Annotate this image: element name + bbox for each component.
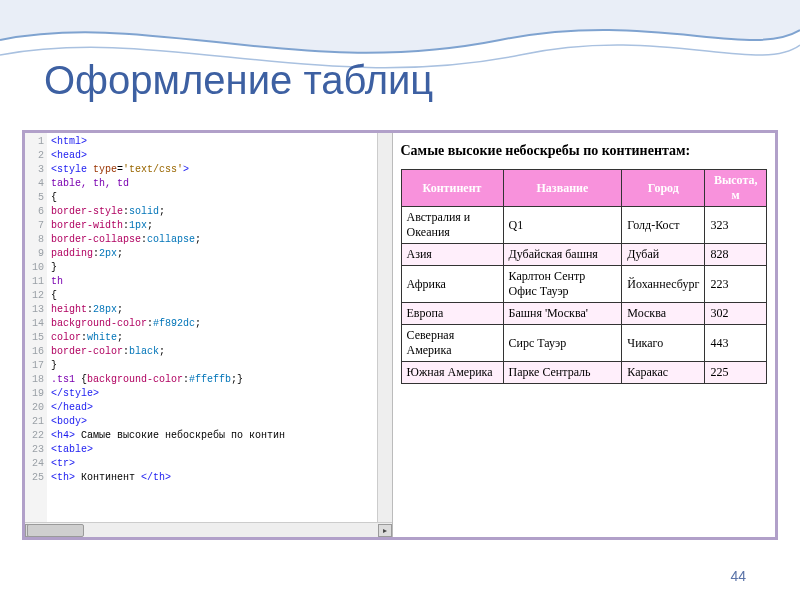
content-panel: 1234567891011121314151617181920212223242… bbox=[22, 130, 778, 540]
table-row: Австралия и ОкеанияQ1Голд-Кост323 bbox=[401, 207, 767, 244]
slide: Оформление таблиц 1234567891011121314151… bbox=[0, 0, 800, 600]
table-row: ЕвропаБашня 'Москва'Москва302 bbox=[401, 303, 767, 325]
table-header-cell: Город bbox=[622, 170, 705, 207]
table-cell: Башня 'Москва' bbox=[503, 303, 622, 325]
table-cell: Карлтон Сентр Офис Тауэр bbox=[503, 266, 622, 303]
table-header-cell: Континент bbox=[401, 170, 503, 207]
table-row: Северная АмерикаСирс ТауэрЧикаго443 bbox=[401, 325, 767, 362]
table-cell: Сирс Тауэр bbox=[503, 325, 622, 362]
table-cell: 443 bbox=[705, 325, 767, 362]
table-cell: Южная Америка bbox=[401, 362, 503, 384]
code-editor-pane: 1234567891011121314151617181920212223242… bbox=[25, 133, 393, 537]
table-row: Южная АмерикаПарке СентральКаракас225 bbox=[401, 362, 767, 384]
vertical-scrollbar[interactable] bbox=[377, 133, 392, 523]
table-cell: Дубайская башня bbox=[503, 244, 622, 266]
table-cell: Африка bbox=[401, 266, 503, 303]
table-row: АфрикаКарлтон Сентр Офис ТауэрЙоханнесбу… bbox=[401, 266, 767, 303]
slide-title: Оформление таблиц bbox=[44, 58, 433, 103]
table-row: АзияДубайская башняДубай828 bbox=[401, 244, 767, 266]
scroll-right-arrow[interactable]: ▸ bbox=[378, 524, 392, 537]
table-header-cell: Название bbox=[503, 170, 622, 207]
table-cell: 223 bbox=[705, 266, 767, 303]
horizontal-scrollbar[interactable]: ◂ ▸ bbox=[25, 522, 392, 537]
table-cell: Северная Америка bbox=[401, 325, 503, 362]
table-cell: Парке Сентраль bbox=[503, 362, 622, 384]
table-cell: Йоханнесбург bbox=[622, 266, 705, 303]
table-header-row: КонтинентНазваниеГородВысота, м bbox=[401, 170, 767, 207]
table-header-cell: Высота, м bbox=[705, 170, 767, 207]
table-cell: 828 bbox=[705, 244, 767, 266]
table-cell: Европа bbox=[401, 303, 503, 325]
render-pane: Самые высокие небоскребы по континентам:… bbox=[393, 133, 776, 537]
table-cell: Голд-Кост bbox=[622, 207, 705, 244]
scroll-thumb[interactable] bbox=[27, 524, 84, 537]
table-cell: 225 bbox=[705, 362, 767, 384]
table-cell: 323 bbox=[705, 207, 767, 244]
table-heading: Самые высокие небоскребы по континентам: bbox=[401, 143, 768, 159]
table-cell: 302 bbox=[705, 303, 767, 325]
line-number-gutter: 1234567891011121314151617181920212223242… bbox=[25, 133, 47, 523]
table-cell: Чикаго bbox=[622, 325, 705, 362]
code-content: <html> <head> <style type='text/css'> ta… bbox=[47, 133, 392, 523]
table-cell: Москва bbox=[622, 303, 705, 325]
table-cell: Азия bbox=[401, 244, 503, 266]
table-body: Австралия и ОкеанияQ1Голд-Кост323АзияДуб… bbox=[401, 207, 767, 384]
table-cell: Каракас bbox=[622, 362, 705, 384]
table-cell: Австралия и Океания bbox=[401, 207, 503, 244]
skyscrapers-table: КонтинентНазваниеГородВысота, м Австрали… bbox=[401, 169, 768, 384]
page-number: 44 bbox=[730, 568, 746, 584]
table-cell: Q1 bbox=[503, 207, 622, 244]
table-cell: Дубай bbox=[622, 244, 705, 266]
